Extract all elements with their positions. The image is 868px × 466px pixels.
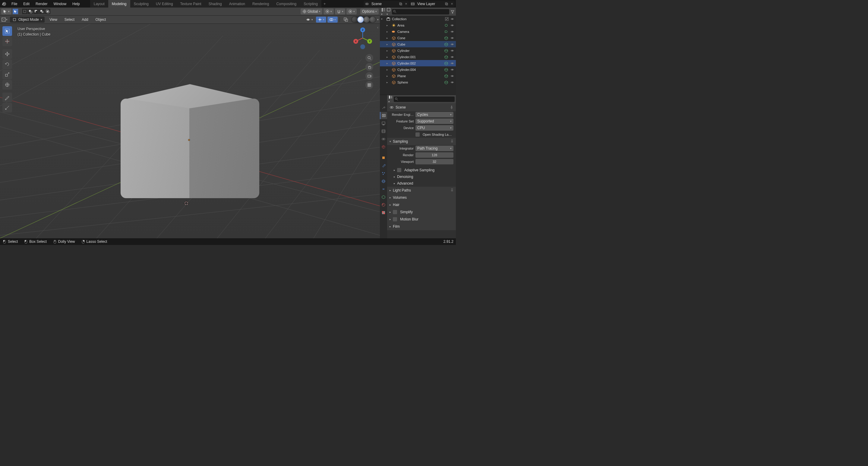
hide-viewport-icon[interactable]: [450, 23, 455, 28]
shading-options-dropdown[interactable]: ▾: [377, 18, 379, 21]
hide-viewport-icon[interactable]: [450, 42, 455, 47]
pin-icon[interactable]: [450, 106, 454, 109]
object-tab-icon[interactable]: [380, 154, 387, 162]
outliner-item-sphere[interactable]: ▸Sphere: [380, 79, 456, 85]
view-menu[interactable]: View: [47, 18, 60, 22]
outliner-item-cone[interactable]: ▸Cone: [380, 35, 456, 41]
cursor-tool[interactable]: [2, 36, 12, 46]
viewport-canvas[interactable]: User Perspective (1) Collection | Cube Z…: [0, 24, 380, 238]
x-axis-icon[interactable]: X: [353, 39, 358, 44]
gizmo-toggle[interactable]: ▾: [316, 17, 326, 23]
hide-viewport-icon[interactable]: [450, 55, 455, 59]
transform-tool[interactable]: [2, 80, 12, 90]
menu-window[interactable]: Window: [50, 0, 69, 7]
tab-modeling[interactable]: Modeling: [108, 0, 130, 7]
outliner-search[interactable]: [392, 9, 449, 14]
hide-viewport-icon[interactable]: [450, 17, 455, 22]
drag-invert-icon[interactable]: [39, 9, 44, 14]
device-dropdown[interactable]: CPU▾: [415, 125, 454, 130]
wireframe-shading[interactable]: [351, 17, 358, 23]
hide-viewport-icon[interactable]: [450, 67, 455, 72]
zoom-nav-icon[interactable]: [365, 54, 373, 62]
navigation-gizmo[interactable]: Z X Y: [351, 27, 374, 49]
hide-viewport-icon[interactable]: [450, 61, 455, 66]
sampling-panel-header[interactable]: ▾Sampling⠿: [387, 138, 456, 145]
tab-layout[interactable]: Layout: [90, 0, 108, 7]
filter-icon[interactable]: [451, 10, 455, 14]
props-editor-icon[interactable]: ▾: [388, 95, 393, 104]
select-menu[interactable]: Select: [62, 18, 77, 22]
pan-nav-icon[interactable]: [365, 63, 373, 71]
adaptive-sampling-row[interactable]: ▸Adaptive Sampling: [387, 167, 456, 173]
display-mode-icon[interactable]: ▾: [386, 7, 391, 16]
scene-selector[interactable]: Scene ×: [364, 1, 409, 7]
sidebar-toggle-icon[interactable]: ‹: [376, 24, 379, 30]
expand-arrow-icon[interactable]: ▸: [386, 81, 390, 84]
neg-z-axis-icon[interactable]: [360, 44, 365, 49]
tab-compositing[interactable]: Compositing: [273, 0, 300, 7]
expand-arrow-icon[interactable]: ▸: [386, 75, 390, 78]
osl-checkbox[interactable]: [415, 133, 420, 137]
tab-uv-editing[interactable]: UV Editing: [152, 0, 177, 7]
integrator-dropdown[interactable]: Path Tracing▾: [415, 146, 454, 151]
world-tab-icon[interactable]: [380, 143, 387, 150]
denoising-row[interactable]: ▸Denoising: [387, 173, 456, 180]
snap-toggle[interactable]: ▾: [335, 8, 345, 14]
output-tab-icon[interactable]: [380, 120, 387, 127]
rendered-shading[interactable]: [370, 17, 376, 23]
data-tab-icon[interactable]: [380, 193, 387, 201]
motion-blur-panel-header[interactable]: ▸Motion Blur: [387, 216, 456, 223]
tab-animation[interactable]: Animation: [225, 0, 249, 7]
feature-set-dropdown[interactable]: Supported▾: [415, 119, 454, 124]
expand-arrow-icon[interactable]: ▸: [386, 49, 390, 52]
expand-arrow-icon[interactable]: ▸: [386, 43, 390, 46]
outliner-item-cylinder[interactable]: ▸Cylinder: [380, 47, 456, 54]
film-panel-header[interactable]: ▸Film: [387, 223, 456, 230]
texture-tab-icon[interactable]: [380, 209, 387, 216]
annotate-tool[interactable]: [2, 93, 12, 102]
tab-scripting[interactable]: Scripting: [300, 0, 321, 7]
properties-search[interactable]: [394, 96, 455, 102]
overlay-toggle[interactable]: ▾: [328, 17, 338, 23]
menu-edit[interactable]: Edit: [20, 0, 33, 7]
drag-new-icon[interactable]: [22, 9, 27, 14]
scene-collection-row[interactable]: ▾ Collection: [380, 16, 456, 22]
render-engine-dropdown[interactable]: Cycles▾: [415, 112, 454, 117]
motion-blur-checkbox[interactable]: [393, 217, 397, 222]
move-tool[interactable]: [2, 49, 12, 59]
matprev-shading[interactable]: [364, 17, 370, 23]
scene-browse-icon[interactable]: [398, 2, 403, 5]
tab-shading[interactable]: Shading: [205, 0, 225, 7]
constraint-tab-icon[interactable]: [380, 185, 387, 193]
pivot-dropdown[interactable]: ▾: [323, 8, 334, 14]
menu-help[interactable]: Help: [69, 0, 83, 7]
editor-type-icon[interactable]: ▾: [1, 17, 7, 22]
exclude-checkbox[interactable]: [444, 17, 449, 22]
hide-viewport-icon[interactable]: [450, 74, 455, 79]
render-samples-field[interactable]: 128: [415, 152, 454, 158]
drag-subtract-icon[interactable]: [33, 9, 39, 14]
material-tab-icon[interactable]: [380, 201, 387, 208]
outliner-item-area[interactable]: ▸Area: [380, 22, 456, 28]
view-layer-selector[interactable]: View Layer ×: [409, 1, 455, 7]
solid-shading[interactable]: [358, 17, 364, 23]
outliner-item-cylinder-001[interactable]: ▸Cylinder.001: [380, 54, 456, 60]
expand-arrow-icon[interactable]: ▸: [386, 24, 390, 27]
advanced-row[interactable]: ▸Advanced: [387, 180, 456, 187]
particle-tab-icon[interactable]: [380, 170, 387, 177]
drag-extend-icon[interactable]: [28, 9, 33, 14]
cube-object[interactable]: [121, 84, 259, 199]
expand-arrow-icon[interactable]: ▸: [386, 56, 390, 59]
add-workspace-button[interactable]: +: [321, 0, 328, 7]
layer-browse-icon[interactable]: [444, 2, 449, 5]
physics-tab-icon[interactable]: [380, 178, 387, 185]
light-paths-panel-header[interactable]: ▸Light Paths⠿: [387, 187, 456, 194]
layer-close-icon[interactable]: ×: [449, 2, 455, 6]
viewlayer-tab-icon[interactable]: [380, 127, 387, 135]
adaptive-checkbox[interactable]: [397, 168, 401, 172]
tab-sculpting[interactable]: Sculpting: [130, 0, 152, 7]
expand-arrow-icon[interactable]: ▸: [386, 30, 390, 33]
volumes-panel-header[interactable]: ▸Volumes: [387, 194, 456, 201]
outliner-item-cylinder-004[interactable]: ▸Cylinder.004: [380, 66, 456, 73]
visibility-dropdown[interactable]: ▾: [304, 17, 315, 23]
